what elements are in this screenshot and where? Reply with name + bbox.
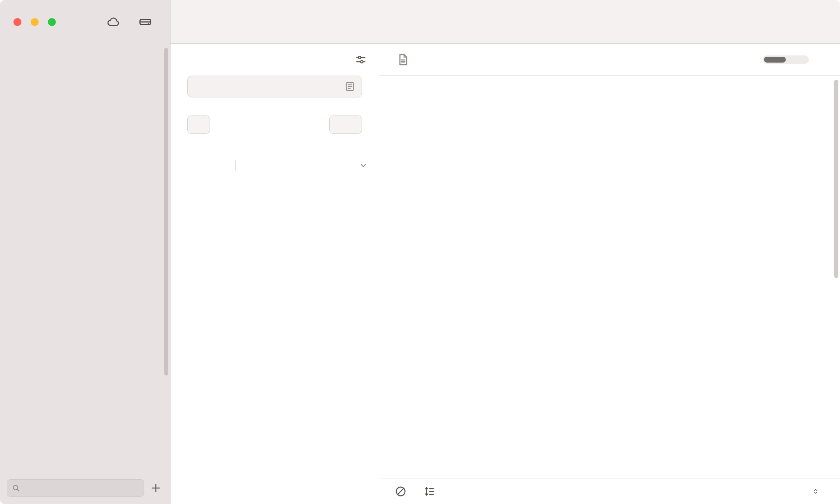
file-icon [396,52,410,67]
window-title-block [190,21,320,23]
commit-description-icon[interactable] [344,81,356,92]
local-repositories-icon[interactable] [138,15,152,29]
content [171,44,840,504]
column-divider [235,160,236,171]
diff-scrollbar[interactable] [834,80,838,278]
staged-unstaged-toggle [763,55,809,64]
breadcrumb [171,44,379,76]
diff-bottom-bar [379,478,840,504]
diff-panel [379,44,840,504]
stepper-icon[interactable] [811,486,820,496]
line-spacing-icon[interactable] [423,485,436,498]
stage-all-button[interactable] [187,116,210,134]
view-options-icon[interactable] [354,53,367,66]
sort-chevron-icon[interactable] [359,161,368,170]
tab-staged[interactable] [764,57,786,63]
sidebar-scrollbar[interactable] [164,48,168,375]
app-window [0,0,840,504]
filter-input[interactable] [24,483,139,493]
sidebar-footer [0,478,170,504]
filter-field[interactable] [7,479,144,497]
filter-icon [11,483,21,493]
add-repository-button[interactable] [149,481,163,495]
commit-panel [171,44,379,504]
sidebar-header [0,0,170,44]
fullscreen-window-button[interactable] [48,18,56,26]
diff-body [379,76,840,478]
commit-subject-field[interactable] [187,76,362,97]
commit-actions [187,116,362,134]
cloud-accounts-icon[interactable] [106,15,121,29]
commit-subject-input[interactable] [194,81,344,92]
sidebar [0,0,171,504]
file-list [171,175,379,504]
context-stepper[interactable] [808,486,820,496]
diff-summary [379,76,840,100]
diff-file-header [379,44,840,76]
toolbar [171,0,840,44]
sidebar-sections [0,44,170,478]
commit-button[interactable] [329,116,362,134]
file-table-header [171,156,379,175]
tab-unstaged[interactable] [786,57,808,63]
sidebar-header-icons [106,15,158,29]
close-window-button[interactable] [13,18,21,26]
window-controls [13,18,56,26]
minimize-window-button[interactable] [31,18,39,26]
main-column [171,0,840,504]
ignore-whitespace-icon[interactable] [394,485,407,498]
